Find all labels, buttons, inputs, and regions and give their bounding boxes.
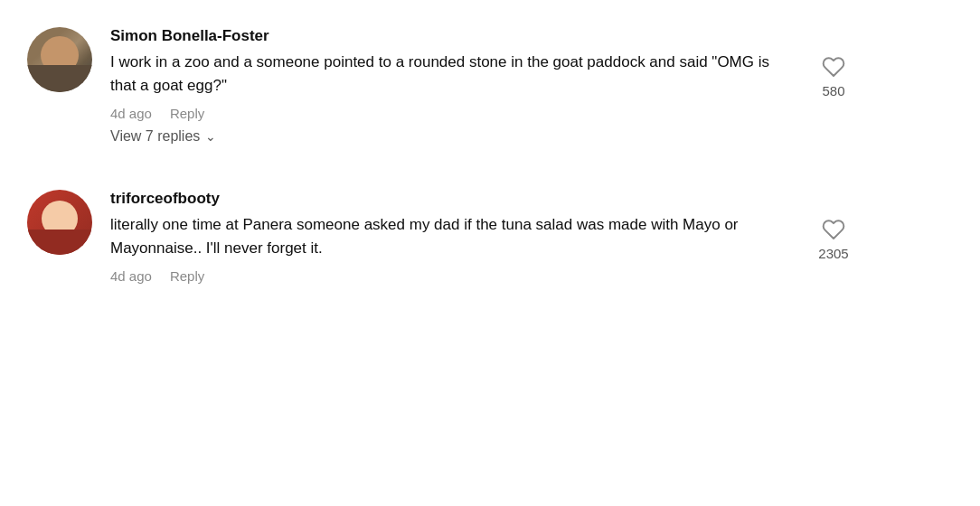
heart-icon[interactable] — [821, 217, 846, 242]
comment-meta: 4d ago Reply — [110, 268, 788, 284]
comment-meta: 4d ago Reply — [110, 106, 788, 121]
chevron-down-icon: ⌄ — [205, 129, 216, 144]
comment-text: literally one time at Panera someone ask… — [110, 213, 788, 259]
like-section: 2305 — [806, 190, 861, 261]
comment-content: triforceofbooty literally one time at Pa… — [110, 190, 788, 291]
reply-button[interactable]: Reply — [170, 268, 204, 284]
like-count: 580 — [822, 83, 844, 98]
comment-username: Simon Bonella-Foster — [110, 27, 788, 45]
comment-body: triforceofbooty literally one time at Pa… — [110, 190, 861, 291]
reply-button[interactable]: Reply — [170, 106, 204, 121]
heart-icon[interactable] — [821, 54, 846, 80]
avatar — [27, 27, 92, 92]
comment-text: I work in a zoo and a someone pointed to… — [110, 51, 788, 97]
view-replies-label: View 7 replies — [110, 128, 200, 145]
comment-body: Simon Bonella-Foster I work in a zoo and… — [110, 27, 861, 145]
comment-item: triforceofbooty literally one time at Pa… — [27, 181, 931, 300]
like-section: 580 — [806, 27, 861, 98]
comment-content: Simon Bonella-Foster I work in a zoo and… — [110, 27, 788, 145]
comments-container: Simon Bonella-Foster I work in a zoo and… — [27, 18, 931, 300]
comment-item: Simon Bonella-Foster I work in a zoo and… — [27, 18, 931, 154]
comment-time: 4d ago — [110, 106, 152, 121]
comment-username: triforceofbooty — [110, 190, 788, 208]
avatar — [27, 190, 92, 255]
like-count: 2305 — [818, 246, 848, 261]
view-replies-button[interactable]: View 7 replies ⌄ — [110, 128, 216, 145]
comment-time: 4d ago — [110, 268, 152, 284]
